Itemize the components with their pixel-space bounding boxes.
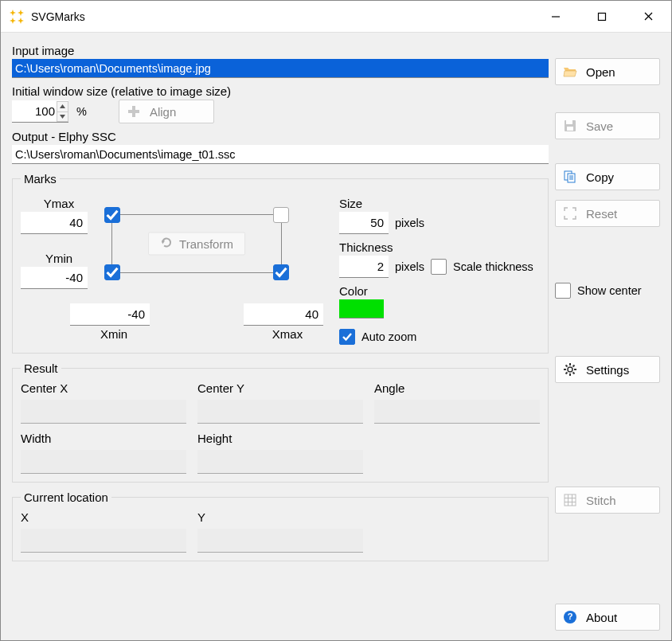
output-label: Output - Elphy SSC [12, 130, 549, 143]
gear-icon [562, 362, 578, 377]
thickness-label: Thickness [339, 240, 540, 254]
svg-marker-12 [162, 241, 165, 244]
center-y-label: Center Y [197, 381, 363, 395]
result-legend: Result [21, 362, 61, 375]
xmax-label: Xmax [244, 327, 331, 341]
window-title: SVGMarks [31, 10, 533, 23]
color-label: Color [339, 284, 540, 298]
result-fieldset: Result Center X Center Y Angle Width Hei… [12, 362, 549, 483]
location-fieldset: Current location X Y [12, 491, 549, 561]
svg-line-27 [573, 373, 575, 374]
auto-zoom-label: Auto zoom [361, 330, 416, 343]
ymax-label: Ymax [21, 197, 97, 210]
settings-label: Settings [586, 363, 653, 377]
app-window: SVGMarks Input image Initial window size… [0, 0, 672, 641]
svg-marker-3 [18, 18, 24, 24]
xmin-input[interactable] [70, 303, 150, 326]
copy-label: Copy [586, 170, 653, 184]
svg-marker-9 [60, 115, 65, 119]
svg-line-7 [645, 13, 652, 20]
transform-label: Transform [179, 237, 233, 251]
loc-x-label: X [21, 510, 186, 524]
initial-size-input[interactable] [12, 100, 57, 122]
handle-top-left[interactable] [104, 207, 120, 223]
help-icon: ? [562, 609, 578, 625]
maximize-button[interactable] [579, 1, 625, 32]
scale-thickness-checkbox[interactable] [431, 259, 447, 275]
about-label: About [586, 611, 653, 624]
plus-icon [126, 104, 142, 119]
height-label: Height [197, 432, 363, 445]
show-center-checkbox[interactable] [555, 283, 571, 299]
handle-top-right[interactable] [273, 207, 289, 223]
svg-rect-5 [599, 13, 606, 20]
svg-line-26 [566, 365, 568, 367]
ymax-input[interactable] [21, 212, 88, 234]
svg-marker-0 [10, 10, 16, 16]
auto-zoom-checkbox[interactable] [339, 329, 355, 345]
ymin-label: Ymin [21, 252, 97, 265]
ymin-input[interactable] [21, 267, 88, 289]
expand-icon [562, 205, 578, 221]
stitch-button[interactable]: Stitch [555, 487, 660, 514]
copy-button[interactable]: Copy [555, 163, 660, 190]
open-label: Open [586, 65, 653, 79]
spinner-up[interactable] [57, 102, 68, 111]
about-button[interactable]: ? About [555, 604, 660, 631]
reset-button[interactable]: Reset [555, 200, 660, 227]
svg-line-28 [573, 365, 575, 367]
svg-marker-2 [10, 18, 16, 24]
center-x-value [21, 400, 186, 424]
grid-icon [562, 492, 578, 508]
window-controls [533, 1, 671, 32]
align-button[interactable]: Align [119, 100, 214, 123]
handle-bottom-left[interactable] [104, 264, 120, 280]
minimize-button[interactable] [533, 1, 579, 32]
initial-size-label: Initial window size (relative to image s… [12, 84, 549, 98]
save-icon [562, 118, 578, 134]
settings-button[interactable]: Settings [555, 356, 660, 383]
size-input[interactable] [339, 212, 389, 234]
save-label: Save [586, 119, 653, 133]
copy-icon [562, 169, 578, 185]
svg-rect-14 [566, 120, 572, 124]
color-swatch[interactable] [339, 299, 384, 319]
refresh-icon [160, 236, 173, 252]
input-image-label: Input image [12, 44, 549, 57]
thickness-input[interactable] [339, 256, 389, 278]
initial-size-spinner[interactable] [12, 100, 68, 123]
loc-x-value [21, 529, 186, 553]
close-button[interactable] [625, 1, 671, 32]
loc-y-label: Y [197, 510, 363, 524]
svg-rect-15 [567, 127, 573, 131]
center-y-value [197, 400, 363, 424]
svg-line-29 [566, 373, 568, 374]
height-value [197, 450, 363, 474]
app-icon [9, 9, 25, 25]
output-path[interactable] [12, 145, 549, 164]
angle-label: Angle [374, 381, 540, 395]
show-center-label: Show center [577, 284, 642, 297]
width-label: Width [21, 432, 186, 445]
save-button[interactable]: Save [555, 112, 660, 139]
size-label: Size [339, 197, 540, 210]
width-value [21, 450, 186, 474]
marks-legend: Marks [21, 172, 60, 186]
size-unit: pixels [395, 217, 424, 229]
open-button[interactable]: Open [555, 58, 660, 85]
xmin-label: Xmin [70, 327, 158, 341]
marks-fieldset: Marks Ymax [12, 172, 549, 354]
folder-open-icon [562, 64, 578, 80]
thickness-unit: pixels [395, 260, 424, 273]
reset-label: Reset [586, 207, 653, 221]
xmax-input[interactable] [244, 303, 323, 326]
center-x-label: Center X [21, 381, 186, 395]
loc-y-value [197, 529, 363, 553]
handle-bottom-right[interactable] [273, 264, 289, 280]
scale-thickness-label: Scale thickness [453, 260, 533, 273]
input-image-path[interactable] [12, 59, 549, 78]
spinner-down[interactable] [57, 111, 68, 121]
transform-button[interactable]: Transform [148, 233, 245, 256]
titlebar: SVGMarks [1, 1, 671, 33]
svg-rect-30 [565, 494, 576, 506]
